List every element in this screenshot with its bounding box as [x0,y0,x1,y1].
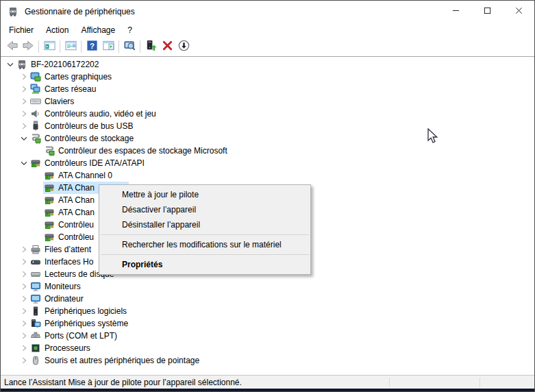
tree-item[interactable]: Files d’attent [29,243,93,256]
tree-row[interactable]: Contrôleurs audio, vidéo et jeu [1,108,534,120]
context-menu-item-properties[interactable]: Propriétés [99,257,310,272]
tree-item[interactable]: Cartes réseau [29,83,98,95]
chevron-right-icon[interactable] [18,330,29,341]
tree-row[interactable]: Contrôleur des espaces de stockage Micro… [1,145,534,157]
chevron-right-icon[interactable] [18,121,29,132]
tree-item[interactable]: Cartes graphiques [29,71,114,83]
chevron-right-icon[interactable] [18,306,29,317]
tree-row[interactable]: Processeurs [1,342,534,354]
tree-item[interactable]: Contrôleurs de bus USB [29,120,135,132]
tree-item[interactable]: Contrôleu [43,219,96,231]
chevron-right-icon[interactable] [18,355,29,366]
toolbar-disable-device-button[interactable] [175,38,192,55]
toolbar-update-driver-button[interactable] [142,38,159,55]
arrow-right-icon [22,39,35,54]
context-menu-item-uninstall-device[interactable]: Désinstaller l’appareil [99,217,310,232]
chevron-right-icon[interactable] [18,293,29,304]
tree-item[interactable]: Claviers [29,95,76,108]
menu-action[interactable]: Action [40,24,75,36]
chevron-right-icon[interactable] [18,318,29,329]
context-menu-item-disable-device[interactable]: Désactiver l’appareil [99,202,310,217]
tree-item-label: Claviers [45,97,74,106]
toolbar-help-button[interactable]: ? [84,38,100,55]
update-driver-icon [145,39,158,54]
system-device-icon [30,318,41,329]
chevron-down-icon[interactable] [18,158,29,169]
tree-item[interactable]: Ports (COM et LPT) [29,330,119,342]
menu-affichage[interactable]: Affichage [75,24,121,36]
toolbar-separator [60,40,60,53]
context-menu-item-scan-hardware-changes[interactable]: Rechercher les modifications sur le maté… [99,237,310,252]
tree-item[interactable]: Périphériques système [29,317,130,330]
tree-item[interactable]: Contrôleu [43,231,96,243]
tree-row[interactable]: Périphériques système [1,317,534,330]
toolbar-properties-button[interactable] [62,38,79,55]
tree-row[interactable]: Cartes réseau [1,83,534,95]
toolbar-separator [140,40,140,53]
menu-fichier[interactable]: Fichier [3,24,40,36]
tree-item[interactable]: ATA Chan [43,194,97,206]
menu-bar: FichierActionAffichage? [1,23,534,37]
tree-item[interactable]: Contrôleur des espaces de stockage Micro… [43,145,229,157]
menu-help[interactable]: ? [121,24,138,36]
tree-item[interactable]: Moniteurs [29,280,83,293]
tree-row[interactable]: Contrôleurs de bus USB [1,120,534,132]
toolbar-scan-hardware-changes-button[interactable] [121,38,138,55]
tree-item[interactable]: Ordinateur [29,293,86,305]
toolbar-forward-button[interactable] [20,38,36,55]
tree-row[interactable]: Moniteurs [1,280,534,293]
chevron-right-icon[interactable] [18,96,29,107]
tree-row[interactable]: Claviers [1,95,534,108]
close-button[interactable] [503,1,534,23]
action-pane-icon [102,39,115,54]
tree-row[interactable]: Souris et autres périphériques de pointa… [1,354,534,367]
tree-row[interactable]: Cartes graphiques [1,71,534,83]
tree-item-label: Périphériques système [45,319,128,328]
chevron-right-icon[interactable] [18,71,29,82]
print-queue-icon [30,244,41,255]
properties-window-icon [64,39,77,54]
chevron-right-icon[interactable] [18,256,29,267]
chevron-right-icon[interactable] [18,84,29,95]
tree-item-label: ATA Chan [58,183,95,193]
tree-item[interactable]: Interfaces Ho [29,256,95,268]
chevron-right-icon[interactable] [18,244,29,255]
toolbar-uninstall-device-button[interactable] [159,38,175,55]
tree-row[interactable]: BF-202106172202 [1,58,534,71]
maximize-button[interactable] [471,1,503,23]
tree-item[interactable]: Souris et autres périphériques de pointa… [29,354,201,367]
tree-row[interactable]: Ordinateur [1,293,534,305]
chevron-down-icon[interactable] [5,59,16,70]
tree-item[interactable]: ATA Chan [43,206,97,219]
chevron-down-icon[interactable] [18,133,29,144]
tree-row[interactable]: ATA Channel 0 [1,169,534,182]
tree-item[interactable]: ATA Channel 0 [43,169,114,182]
ide-controller-icon [30,158,41,169]
toolbar-show-console-tree-button[interactable] [41,38,58,55]
toolbar-action-pane-button[interactable] [100,38,116,55]
disable-icon [177,39,190,54]
tree-item[interactable]: BF-202106172202 [16,58,101,71]
tree-item[interactable]: Contrôleurs audio, vidéo et jeu [29,108,158,120]
tree-row[interactable]: Périphériques logiciels [1,305,534,317]
tree-row[interactable]: Contrôleurs de stockage [1,132,534,145]
tree-item[interactable]: Périphériques logiciels [29,305,129,317]
status-bar: Lance l’Assistant Mise à jour de pilote … [1,375,534,389]
device-manager-window: Gestionnaire de périphériques FichierAct… [0,0,535,392]
context-menu-item-update-driver[interactable]: Mettre à jour le pilote [99,187,310,202]
status-bar-divider [389,378,390,387]
tree-item[interactable]: Contrôleurs IDE ATA/ATAPI [29,157,147,169]
storage-controller-icon [30,133,41,144]
chevron-right-icon[interactable] [18,269,29,280]
chevron-right-icon[interactable] [18,343,29,354]
chevron-right-icon[interactable] [18,108,29,119]
tree-item[interactable]: Contrôleurs de stockage [29,132,136,145]
toolbar-back-button[interactable] [3,38,20,55]
tree-row[interactable]: Ports (COM et LPT) [1,330,534,342]
tree-item[interactable]: Processeurs [29,342,92,354]
chevron-right-icon[interactable] [18,281,29,292]
tree-row[interactable]: Contrôleurs IDE ATA/ATAPI [1,157,534,169]
minimize-button[interactable] [440,1,471,23]
minimize-icon [452,7,460,16]
window-controls [440,1,534,23]
